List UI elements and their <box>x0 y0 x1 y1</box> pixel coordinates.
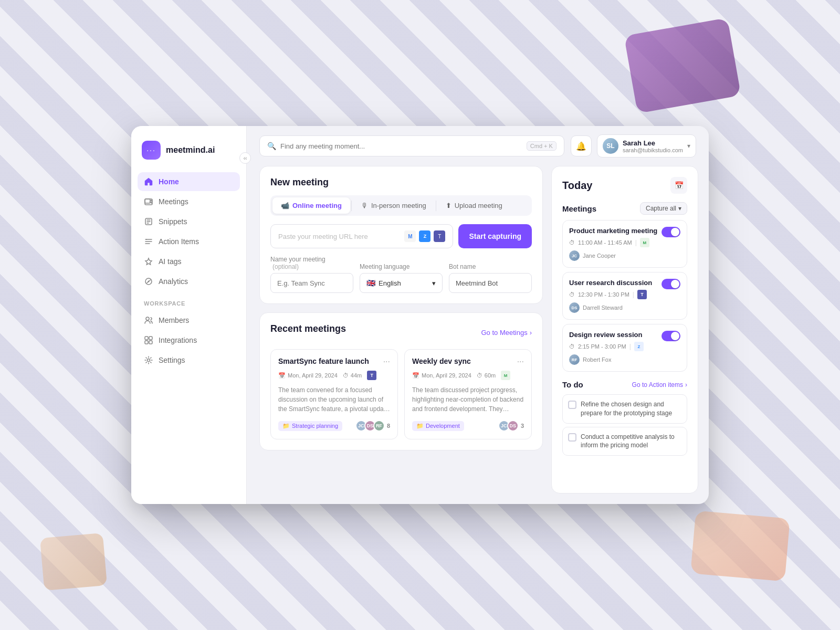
meeting-card-2-meta: 📅 Mon, April 29, 2024 ⏱ 60m M <box>412 371 524 380</box>
go-to-action-items-link[interactable]: Go to Action items › <box>632 381 687 388</box>
attendee-name: Darrell Steward <box>583 304 623 311</box>
sidebar-item-analytics-label: Analytics <box>159 277 188 286</box>
integrations-icon <box>144 335 153 345</box>
user-info: Sarah Lee sarah@tubikstudio.com <box>623 139 683 153</box>
sidebar-item-ai-tags-label: AI tags <box>159 257 182 266</box>
home-icon <box>144 177 153 186</box>
sidebar-item-snippets[interactable]: Snippets <box>138 212 240 231</box>
todo-checkbox-1[interactable] <box>568 401 576 409</box>
url-app-icons: M Z T <box>404 230 445 242</box>
svg-point-11 <box>148 359 150 362</box>
capture-all-button[interactable]: Capture all ▾ <box>640 202 687 215</box>
start-capturing-button[interactable]: Start capturing <box>458 224 532 248</box>
sidebar-item-integrations-label: Integrations <box>159 336 197 344</box>
meeting-name-input[interactable] <box>270 273 353 293</box>
mic-icon: 🎙 <box>361 202 368 209</box>
notifications-button[interactable]: 🔔 <box>571 135 592 156</box>
logo-area: ··· meetmind.ai <box>131 141 246 172</box>
tab-upload-meeting[interactable]: ⬆ Upload meeting <box>437 197 511 214</box>
todo-text-1: Refine the chosen design and prepare for… <box>581 400 681 418</box>
left-panel: New meeting 📹 Online meeting 🎙 In-person… <box>259 166 543 494</box>
go-to-meetings-link[interactable]: Go to Meetings › <box>481 329 532 337</box>
today-meeting-3-meta: ⏱ 2:15 PM - 3:00 PM | Z <box>569 342 680 351</box>
today-meeting-2-attendee: DS Darrell Steward <box>569 302 680 313</box>
meeting-card-2-more-button[interactable]: ··· <box>517 357 524 366</box>
attendee-avatar: RF <box>373 420 385 432</box>
new-meeting-card: New meeting 📹 Online meeting 🎙 In-person… <box>259 166 543 304</box>
bot-name-label: Bot name <box>449 263 532 270</box>
search-input[interactable] <box>280 142 522 150</box>
meeting-card-1-meta: 📅 Mon, April 29, 2024 ⏱ 44m T <box>278 371 390 380</box>
search-bar: 🔍 Cmd + K <box>259 135 564 156</box>
logo-icon: ··· <box>142 141 161 160</box>
folder-icon: 📁 <box>416 423 424 429</box>
sidebar-item-home[interactable]: Home <box>138 172 240 191</box>
svg-rect-8 <box>149 337 152 340</box>
meeting-card-1-description: The team convened for a focused discussi… <box>278 385 390 414</box>
today-meetings-label-row: Meetings Capture all ▾ <box>562 202 687 215</box>
sidebar-item-members[interactable]: Members <box>138 311 240 330</box>
sidebar-item-integrations[interactable]: Integrations <box>138 331 240 350</box>
svg-rect-9 <box>145 341 148 344</box>
attendee-count-2: 3 <box>521 423 524 429</box>
today-calendar-button[interactable]: 📅 <box>670 177 687 194</box>
clock-icon: ⏱ <box>343 372 349 379</box>
meeting-card-1[interactable]: SmartSync feature launch ··· 📅 Mon, Apri… <box>270 349 398 439</box>
zoom-icon: Z <box>419 230 430 242</box>
svg-point-3 <box>146 239 147 240</box>
ai-tags-icon <box>144 257 153 266</box>
todo-item-2: Conduct a competitive analysis to inform… <box>562 427 687 456</box>
folder-icon: 📁 <box>282 423 290 429</box>
app-window: ··· meetmind.ai Home <box>131 126 709 504</box>
clock-icon: ⏱ <box>569 239 575 246</box>
sidebar-item-analytics[interactable]: Analytics <box>138 272 240 291</box>
today-meeting-2-time: 12:30 PM - 1:30 PM <box>578 291 629 298</box>
today-meeting-3: Design review session ⏱ 2:15 PM - 3:00 P… <box>562 324 687 372</box>
snippets-icon <box>144 217 153 226</box>
meeting-options-row: Name your meeting (optional) Meeting lan… <box>270 256 532 293</box>
meeting-duration-1: ⏱ 44m <box>343 372 362 379</box>
chevron-down-icon: ▾ <box>678 205 681 212</box>
todo-title: To do <box>562 380 583 389</box>
sidebar-item-meetings[interactable]: Meetings <box>138 192 240 211</box>
meeting-card-1-more-button[interactable]: ··· <box>383 357 390 366</box>
svg-rect-10 <box>149 341 152 344</box>
today-meeting-3-title: Design review session <box>569 331 642 339</box>
upload-icon: ⬆ <box>446 202 452 209</box>
search-shortcut: Cmd + K <box>527 141 556 151</box>
recent-meetings-header: Recent meetings Go to Meetings › <box>270 323 532 342</box>
sidebar-item-ai-tags[interactable]: AI tags <box>138 252 240 271</box>
sidebar-item-action-items[interactable]: Action Items <box>138 232 240 251</box>
sidebar-item-snippets-label: Snippets <box>159 217 187 226</box>
meeting-card-2[interactable]: Weekly dev sync ··· 📅 Mon, April 29, 202… <box>404 349 532 439</box>
today-meeting-2-toggle[interactable] <box>662 279 680 289</box>
sidebar-item-home-label: Home <box>159 177 179 186</box>
today-meeting-1-time: 11:00 AM - 11:45 AM <box>578 239 632 246</box>
sidebar-collapse-button[interactable]: ‹‹ <box>239 152 251 164</box>
meeting-card-2-description: The team discussed project progress, hig… <box>412 385 524 414</box>
meeting-language-select[interactable]: 🇬🇧 English ▾ <box>360 273 443 293</box>
language-flag-icon: 🇬🇧 <box>366 279 375 287</box>
tab-in-person-meeting[interactable]: 🎙 In-person meeting <box>353 197 435 214</box>
meetings-icon <box>144 197 153 206</box>
today-meeting-1-toggle[interactable] <box>662 227 680 237</box>
sidebar: ··· meetmind.ai Home <box>131 126 247 504</box>
today-meetings-label: Meetings <box>562 204 596 213</box>
tab-divider-2 <box>436 201 436 211</box>
meeting-date-1: 📅 Mon, April 29, 2024 <box>278 372 338 379</box>
today-meeting-3-toggle[interactable] <box>662 331 680 341</box>
toggle-knob <box>671 228 679 236</box>
teams-icon: T <box>434 230 445 242</box>
todo-checkbox-2[interactable] <box>568 433 576 442</box>
sidebar-item-settings[interactable]: Settings <box>138 351 240 370</box>
today-meeting-2-title: User research discussion <box>569 279 652 287</box>
user-profile-button[interactable]: SL Sarah Lee sarah@tubikstudio.com ▾ <box>597 134 696 158</box>
video-icon: 📹 <box>281 202 289 209</box>
category-tag-2: 📁 Development <box>412 421 464 431</box>
main-content: 🔍 Cmd + K 🔔 SL Sarah Lee sarah@tubikstud… <box>247 126 709 504</box>
bot-name-input[interactable] <box>449 273 532 293</box>
today-meeting-3-time: 2:15 PM - 3:00 PM <box>578 343 626 350</box>
tab-online-meeting[interactable]: 📹 Online meeting <box>272 197 350 214</box>
attendee-count-1: 8 <box>387 423 390 429</box>
todo-header: To do Go to Action items › <box>562 380 687 389</box>
